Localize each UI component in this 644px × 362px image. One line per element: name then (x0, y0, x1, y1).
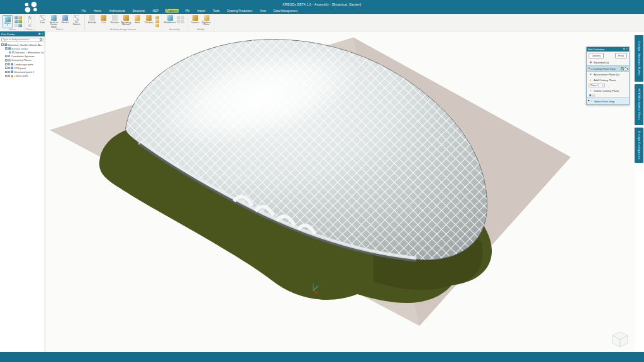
tree-item-label[interactable]: DTS point (14, 67, 26, 70)
checkbox[interactable] (8, 75, 10, 77)
shell-icon[interactable] (155, 19, 159, 23)
line-label: Line (40, 21, 45, 24)
menu-data-management[interactable]: Data Management (273, 9, 299, 13)
hole-button[interactable]: Hole (133, 15, 143, 23)
cut-button[interactable]: Cut (99, 15, 109, 23)
tree-item-label[interactable]: Structural point 1 (14, 70, 35, 74)
stretch-button[interactable]: Stretch (60, 15, 70, 23)
gear-icon[interactable]: ⚙ (623, 48, 625, 50)
tab-design-configurator[interactable]: Design Configurator (635, 128, 643, 163)
close-icon[interactable]: × (626, 48, 628, 50)
close-icon[interactable]: × (42, 33, 43, 35)
menu-drawing-production[interactable]: Drawing Production (226, 9, 253, 13)
expand-expander-icon[interactable] (5, 63, 8, 65)
tree-item-label[interactable]: Geometry Planes (11, 58, 31, 62)
boundary-method-button[interactable]: Boundary Method (121, 15, 131, 26)
menu-tools[interactable]: Tools (212, 9, 221, 13)
cutting-plane-step-header[interactable]: ▲ 1 Cutting Plane Step (587, 65, 629, 72)
expand-icon[interactable]: ▶ (588, 100, 590, 102)
replace-parts-icon (204, 15, 209, 21)
checkbox[interactable] (8, 63, 10, 65)
expand-expander-icon[interactable] (9, 52, 11, 54)
dialog-titlebar[interactable]: Edit Definition ⚙ × (587, 47, 629, 52)
menu-home[interactable]: Home (92, 9, 102, 13)
tree-item-label[interactable]: Lattice point (14, 74, 29, 77)
expand-expander-icon[interactable] (5, 67, 8, 69)
tab-kreods-market-place[interactable]: KREODs Market Place (635, 84, 643, 125)
cancel-step-button[interactable] (625, 67, 628, 70)
add-cutting-plane-label[interactable]: Add Cutting Plane (594, 79, 616, 82)
tree-item-label[interactable]: Landscape point (14, 63, 34, 66)
expand-expander-icon[interactable] (5, 75, 8, 77)
tree-item-label[interactable]: Sections + Elevations list (15, 51, 44, 54)
box-select-icon[interactable] (18, 16, 22, 19)
checkbox[interactable] (8, 67, 10, 69)
options-button[interactable]: Options (589, 53, 604, 58)
select-button[interactable]: Select ▾ (3, 15, 13, 28)
menu-import[interactable]: Import (196, 9, 206, 13)
menu-mep[interactable]: MEP (152, 9, 160, 13)
pin-icon[interactable]: ◉ (38, 33, 41, 35)
lasso-select-icon[interactable] (14, 19, 18, 23)
part-finder-title: Part Finder (1, 33, 37, 36)
select-parts-step-header[interactable]: ▶ ✓ Select Parts Step (587, 97, 629, 104)
3d-sketch-button[interactable]: 3D Sketch (72, 15, 82, 26)
rib-icon[interactable] (155, 24, 159, 28)
part-icon (11, 67, 13, 69)
cut-label: Cut (102, 21, 106, 24)
revolve-button[interactable]: Revolve (110, 15, 120, 23)
expand-expander-icon[interactable] (5, 59, 8, 62)
checkbox[interactable] (8, 55, 10, 57)
chevron-down-icon: ▼ (601, 84, 603, 87)
brush-icon[interactable] (18, 19, 22, 23)
contact-button[interactable]: Contact (190, 15, 200, 23)
move-icon[interactable] (180, 19, 184, 23)
checkbox[interactable] (8, 71, 10, 73)
search-input[interactable] (2, 38, 40, 41)
menu-pm[interactable]: PM (184, 9, 191, 13)
associative-plane-label[interactable]: Associative Plane (x) (594, 73, 619, 76)
filter-icon[interactable] (18, 24, 22, 28)
point-icon[interactable] (28, 24, 32, 28)
collapse-icon[interactable]: ▲ (588, 67, 591, 70)
workbench-button[interactable]: Workbench (165, 15, 175, 23)
menu-structural[interactable]: Structural (131, 9, 146, 13)
plane-select-value: Plane 1 (591, 84, 599, 87)
menu-architectural[interactable]: Architectural (108, 9, 126, 13)
draft-icon[interactable] (155, 16, 159, 19)
axis-icon[interactable] (28, 19, 32, 23)
part-icon (11, 75, 13, 77)
thicken-button[interactable]: Thicken (144, 15, 154, 23)
model-viewport[interactable] (45, 31, 635, 352)
final-button[interactable]: Final (615, 53, 627, 58)
menu-file[interactable]: File (80, 9, 87, 13)
menu-features[interactable]: Features (165, 9, 179, 13)
expand-expander-icon[interactable] (5, 47, 8, 50)
tree-item-label[interactable]: Coordinate Systems (11, 55, 35, 58)
send-to-center-node-button[interactable]: Send to Center Node (49, 15, 59, 28)
collapse-expander-icon[interactable] (1, 43, 4, 46)
pattern-icon[interactable] (180, 16, 184, 19)
tree-item-label[interactable]: Botanical_Garden Master Assembly (8, 43, 45, 47)
assembly-icon (4, 43, 7, 46)
extrude-button[interactable]: Extrude (87, 15, 97, 23)
tab-design-structure-matrix[interactable]: Design: Structure Matrix (635, 35, 643, 82)
send-to-center-node-icon (51, 15, 57, 21)
delete-cutting-plane-label[interactable]: Delete Cutting Plane (594, 89, 619, 92)
plane-visibility-toggle[interactable] (589, 94, 596, 97)
plane-icon[interactable] (28, 16, 32, 19)
expand-expander-icon[interactable] (5, 55, 8, 58)
line-button[interactable]: Line (38, 15, 48, 23)
scale-icon[interactable] (177, 19, 180, 23)
confirm-step-button[interactable] (621, 67, 624, 70)
menu-view[interactable]: View (259, 9, 267, 13)
bounded-label[interactable]: Bounded (x) (594, 61, 609, 64)
mirror-icon[interactable] (177, 16, 180, 19)
planes-icon (8, 59, 11, 62)
expand-expander-icon[interactable] (5, 71, 8, 74)
tree-item-label[interactable]: Surface Views (11, 47, 28, 50)
pointer-icon[interactable] (14, 16, 18, 19)
plane-select[interactable]: Plane 1 ▼ (589, 84, 605, 87)
replace-parts-button[interactable]: Replace Parts (201, 15, 211, 26)
eraser-icon[interactable] (14, 24, 18, 28)
